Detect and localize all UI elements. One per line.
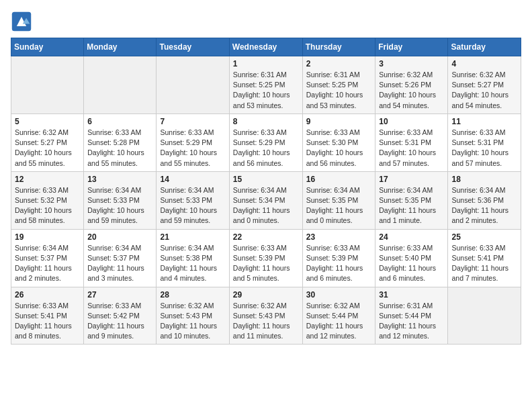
day-header-monday: Monday [84, 38, 157, 56]
calendar-cell: 14Sunrise: 6:34 AM Sunset: 5:33 PM Dayli… [157, 171, 229, 229]
day-detail: Sunrise: 6:33 AM Sunset: 5:32 PM Dayligh… [15, 185, 80, 226]
calendar-week-row: 1Sunrise: 6:31 AM Sunset: 5:25 PM Daylig… [11, 56, 521, 114]
calendar-cell: 20Sunrise: 6:34 AM Sunset: 5:37 PM Dayli… [84, 229, 157, 287]
day-detail: Sunrise: 6:33 AM Sunset: 5:29 PM Dayligh… [233, 128, 299, 169]
calendar-cell: 1Sunrise: 6:31 AM Sunset: 5:25 PM Daylig… [229, 56, 302, 114]
day-number: 18 [451, 175, 517, 184]
logo [11, 11, 35, 32]
calendar-cell: 7Sunrise: 6:33 AM Sunset: 5:29 PM Daylig… [157, 113, 229, 171]
day-number: 3 [379, 59, 444, 68]
day-number: 11 [451, 117, 517, 126]
calendar-cell [84, 56, 157, 114]
calendar-cell: 24Sunrise: 6:33 AM Sunset: 5:40 PM Dayli… [375, 229, 448, 287]
day-number: 21 [160, 232, 225, 242]
day-detail: Sunrise: 6:34 AM Sunset: 5:38 PM Dayligh… [160, 243, 225, 284]
day-number: 28 [160, 290, 225, 300]
day-number: 12 [15, 175, 80, 184]
day-header-sunday: Sunday [11, 38, 84, 56]
day-number: 2 [306, 59, 372, 68]
calendar-cell: 18Sunrise: 6:34 AM Sunset: 5:36 PM Dayli… [448, 171, 521, 229]
day-detail: Sunrise: 6:31 AM Sunset: 5:44 PM Dayligh… [379, 301, 444, 342]
calendar-cell: 2Sunrise: 6:31 AM Sunset: 5:25 PM Daylig… [302, 56, 375, 114]
day-detail: Sunrise: 6:33 AM Sunset: 5:28 PM Dayligh… [87, 128, 152, 169]
day-number: 29 [233, 290, 299, 300]
calendar-cell [11, 56, 84, 114]
day-number: 9 [306, 117, 372, 126]
day-detail: Sunrise: 6:32 AM Sunset: 5:26 PM Dayligh… [379, 70, 444, 111]
calendar-cell: 28Sunrise: 6:32 AM Sunset: 5:43 PM Dayli… [157, 287, 229, 345]
day-number: 5 [15, 117, 80, 126]
day-detail: Sunrise: 6:32 AM Sunset: 5:43 PM Dayligh… [233, 301, 299, 342]
calendar-cell: 23Sunrise: 6:33 AM Sunset: 5:39 PM Dayli… [302, 229, 375, 287]
calendar-cell: 8Sunrise: 6:33 AM Sunset: 5:29 PM Daylig… [229, 113, 302, 171]
day-number: 14 [160, 175, 225, 184]
day-number: 20 [87, 232, 152, 242]
day-number: 10 [379, 117, 444, 126]
day-detail: Sunrise: 6:33 AM Sunset: 5:29 PM Dayligh… [160, 128, 225, 169]
day-detail: Sunrise: 6:33 AM Sunset: 5:39 PM Dayligh… [233, 243, 299, 284]
calendar-cell: 17Sunrise: 6:34 AM Sunset: 5:35 PM Dayli… [375, 171, 448, 229]
calendar-cell: 5Sunrise: 6:32 AM Sunset: 5:27 PM Daylig… [11, 113, 84, 171]
calendar-week-row: 5Sunrise: 6:32 AM Sunset: 5:27 PM Daylig… [11, 113, 521, 171]
calendar-cell: 16Sunrise: 6:34 AM Sunset: 5:35 PM Dayli… [302, 171, 375, 229]
day-detail: Sunrise: 6:33 AM Sunset: 5:42 PM Dayligh… [87, 301, 152, 342]
page-header [11, 11, 521, 32]
calendar-cell: 29Sunrise: 6:32 AM Sunset: 5:43 PM Dayli… [229, 287, 302, 345]
day-number: 16 [306, 175, 372, 184]
calendar-cell: 15Sunrise: 6:34 AM Sunset: 5:34 PM Dayli… [229, 171, 302, 229]
calendar-cell: 30Sunrise: 6:32 AM Sunset: 5:44 PM Dayli… [302, 287, 375, 345]
day-number: 6 [87, 117, 152, 126]
day-number: 23 [306, 232, 372, 242]
day-detail: Sunrise: 6:34 AM Sunset: 5:36 PM Dayligh… [451, 185, 517, 226]
day-detail: Sunrise: 6:34 AM Sunset: 5:33 PM Dayligh… [87, 185, 152, 226]
day-detail: Sunrise: 6:32 AM Sunset: 5:27 PM Dayligh… [15, 128, 80, 169]
day-detail: Sunrise: 6:33 AM Sunset: 5:41 PM Dayligh… [15, 301, 80, 342]
day-detail: Sunrise: 6:34 AM Sunset: 5:37 PM Dayligh… [15, 243, 80, 284]
calendar-cell: 6Sunrise: 6:33 AM Sunset: 5:28 PM Daylig… [84, 113, 157, 171]
day-detail: Sunrise: 6:34 AM Sunset: 5:37 PM Dayligh… [87, 243, 152, 284]
day-detail: Sunrise: 6:34 AM Sunset: 5:35 PM Dayligh… [306, 185, 372, 226]
calendar-cell: 12Sunrise: 6:33 AM Sunset: 5:32 PM Dayli… [11, 171, 84, 229]
calendar-cell: 21Sunrise: 6:34 AM Sunset: 5:38 PM Dayli… [157, 229, 229, 287]
day-number: 30 [306, 290, 372, 300]
day-number: 7 [160, 117, 225, 126]
day-number: 1 [233, 59, 299, 68]
day-detail: Sunrise: 6:31 AM Sunset: 5:25 PM Dayligh… [306, 70, 372, 111]
day-number: 19 [15, 232, 80, 242]
day-header-tuesday: Tuesday [157, 38, 229, 56]
day-detail: Sunrise: 6:34 AM Sunset: 5:34 PM Dayligh… [233, 185, 299, 226]
calendar-cell: 9Sunrise: 6:33 AM Sunset: 5:30 PM Daylig… [302, 113, 375, 171]
calendar-week-row: 12Sunrise: 6:33 AM Sunset: 5:32 PM Dayli… [11, 171, 521, 229]
day-detail: Sunrise: 6:34 AM Sunset: 5:33 PM Dayligh… [160, 185, 225, 226]
logo-icon [11, 11, 32, 32]
day-detail: Sunrise: 6:32 AM Sunset: 5:44 PM Dayligh… [306, 301, 372, 342]
day-detail: Sunrise: 6:32 AM Sunset: 5:27 PM Dayligh… [451, 70, 517, 111]
calendar-cell: 25Sunrise: 6:33 AM Sunset: 5:41 PM Dayli… [448, 229, 521, 287]
calendar-cell [448, 287, 521, 345]
day-detail: Sunrise: 6:33 AM Sunset: 5:40 PM Dayligh… [379, 243, 444, 284]
calendar-cell: 13Sunrise: 6:34 AM Sunset: 5:33 PM Dayli… [84, 171, 157, 229]
day-detail: Sunrise: 6:32 AM Sunset: 5:43 PM Dayligh… [160, 301, 225, 342]
calendar-cell: 26Sunrise: 6:33 AM Sunset: 5:41 PM Dayli… [11, 287, 84, 345]
calendar-cell [157, 56, 229, 114]
day-number: 27 [87, 290, 152, 300]
day-header-friday: Friday [375, 38, 448, 56]
calendar-cell: 4Sunrise: 6:32 AM Sunset: 5:27 PM Daylig… [448, 56, 521, 114]
calendar-cell: 11Sunrise: 6:33 AM Sunset: 5:31 PM Dayli… [448, 113, 521, 171]
calendar-table: SundayMondayTuesdayWednesdayThursdayFrid… [11, 38, 521, 345]
day-number: 15 [233, 175, 299, 184]
day-detail: Sunrise: 6:33 AM Sunset: 5:39 PM Dayligh… [306, 243, 372, 284]
day-detail: Sunrise: 6:34 AM Sunset: 5:35 PM Dayligh… [379, 185, 444, 226]
day-header-wednesday: Wednesday [229, 38, 302, 56]
day-number: 31 [379, 290, 444, 300]
calendar-cell: 19Sunrise: 6:34 AM Sunset: 5:37 PM Dayli… [11, 229, 84, 287]
day-detail: Sunrise: 6:33 AM Sunset: 5:41 PM Dayligh… [451, 243, 517, 284]
day-number: 13 [87, 175, 152, 184]
calendar-cell: 10Sunrise: 6:33 AM Sunset: 5:31 PM Dayli… [375, 113, 448, 171]
day-detail: Sunrise: 6:33 AM Sunset: 5:31 PM Dayligh… [451, 128, 517, 169]
calendar-header-row: SundayMondayTuesdayWednesdayThursdayFrid… [11, 38, 521, 56]
day-detail: Sunrise: 6:33 AM Sunset: 5:30 PM Dayligh… [306, 128, 372, 169]
day-header-thursday: Thursday [302, 38, 375, 56]
day-number: 25 [451, 232, 517, 242]
day-number: 8 [233, 117, 299, 126]
